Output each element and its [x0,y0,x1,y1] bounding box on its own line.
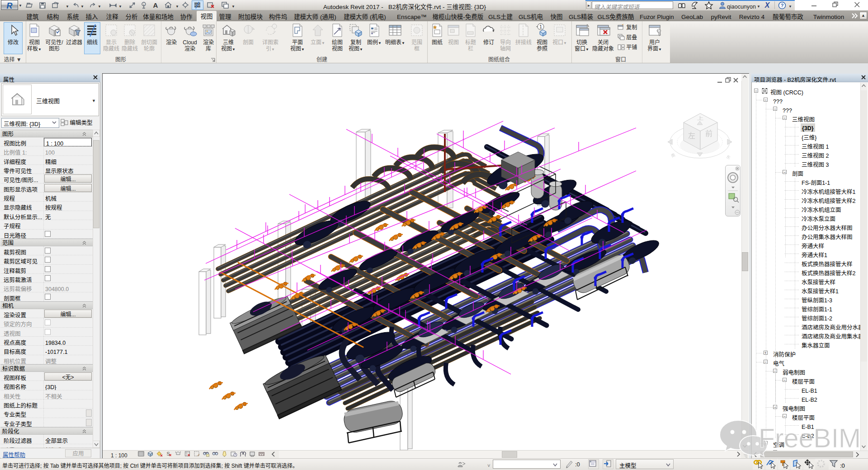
svg-text:X: X [764,1,770,9]
svg-text:上: 上 [697,115,703,121]
svg-text:前: 前 [705,127,712,138]
svg-text:FreeBIM: FreeBIM [759,423,861,453]
svg-text:南: 南 [670,152,676,159]
svg-text::0: :0 [575,460,580,468]
svg-text:1: 1 [539,23,542,30]
svg-text:左: 左 [688,130,695,141]
svg-text:东: 东 [725,154,731,161]
svg-text:?: ? [781,1,784,9]
